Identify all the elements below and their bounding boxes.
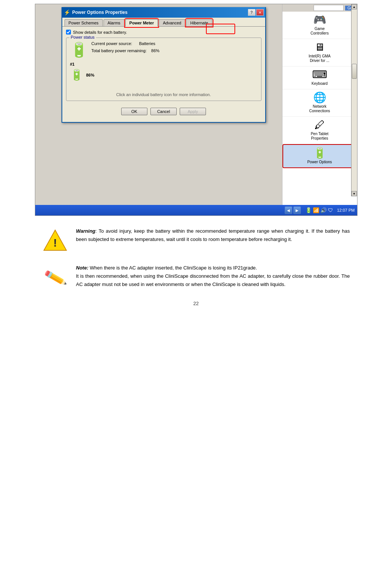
note-icon-wrap: ✏️: [42, 264, 69, 290]
warning-body: : To avoid injury, keep the battery with…: [76, 228, 350, 242]
taskbar-icon-3: 🔊: [320, 207, 327, 213]
power-options-dialog: ⚡ Power Options Properties ? ✕ Power Sch…: [62, 7, 266, 123]
dialog-title-text: Power Options Properties: [72, 10, 128, 15]
warning-text: Warning: To avoid injury, keep the batte…: [76, 227, 350, 244]
note-line1-text: When there is the AC adapter inserted, t…: [90, 265, 257, 271]
note-line2-text: It is then recommended, when using the C…: [76, 273, 350, 287]
network-icon: 🌐: [313, 92, 326, 103]
address-input[interactable]: [314, 5, 344, 11]
source-line: Current power source: Batteries: [92, 40, 160, 47]
cp-items-list: 🎮 GameControllers 🖥 Intel(R) GMADriver f…: [282, 12, 357, 207]
note-label: Note:: [76, 265, 89, 271]
screenshot-area: ⚡ Power Options Properties ? ✕ Power Sch…: [35, 4, 357, 216]
warning-triangle-svg: !: [43, 229, 68, 251]
page-number: 22: [0, 301, 392, 306]
intel-gma-label: Intel(R) GMADriver for ...: [309, 54, 330, 63]
cp-item-game-controllers[interactable]: 🎮 GameControllers: [282, 12, 357, 39]
power-text-block: Current power source: Batteries Total ba…: [92, 40, 160, 54]
power-status-group: Power status 🔋 Current power source: Bat…: [66, 38, 261, 101]
scrollbar[interactable]: ▲ ▼: [351, 4, 357, 196]
dialog-buttons: OK Cancel Apply: [66, 105, 261, 119]
help-button[interactable]: ?: [248, 9, 255, 16]
taskbar-time: 12:07 PM: [337, 208, 354, 212]
cp-item-pen-tablet[interactable]: 🖊 Pen TabletProperties: [282, 117, 357, 144]
network-label: NetworkConnections: [309, 104, 330, 113]
show-details-row: Show details for each battery.: [66, 30, 261, 35]
dialog-title-icon: ⚡: [64, 9, 70, 15]
warning-icon: !: [42, 227, 69, 253]
control-panel-right: Go 🎮 GameControllers 🖥 Intel(R) GMADrive…: [282, 4, 357, 207]
keyboard-label: Keyboard: [312, 81, 328, 86]
game-controllers-label: GameControllers: [311, 27, 329, 36]
right-panel-top: Go: [282, 4, 357, 12]
tab-advanced[interactable]: Advanced: [159, 19, 185, 26]
ok-button[interactable]: OK: [121, 108, 147, 115]
taskbar-icon-2: 📶: [313, 207, 319, 213]
forward-button[interactable]: ▶: [293, 206, 301, 214]
taskbar-icon-1: 🔋: [305, 207, 312, 213]
close-button[interactable]: ✕: [256, 9, 264, 16]
source-label: Current power source:: [92, 41, 132, 46]
dialog-title-group: ⚡ Power Options Properties: [64, 9, 128, 15]
cp-item-intel-gma[interactable]: 🖥 Intel(R) GMADriver for ...: [282, 39, 357, 66]
power-options-label: Power Options: [307, 160, 332, 164]
show-details-label: Show details for each battery.: [73, 30, 127, 35]
battery-remaining-label: Total battery power remaining:: [92, 48, 147, 53]
tab-power-schemes[interactable]: Power Schemes: [65, 19, 103, 26]
scroll-up-button[interactable]: ▲: [351, 4, 357, 9]
battery-remaining-value: 86%: [151, 48, 159, 53]
game-controllers-icon: 🎮: [313, 15, 326, 25]
svg-text:!: !: [53, 236, 57, 249]
pen-tablet-label: Pen TabletProperties: [311, 132, 328, 141]
tab-alarms[interactable]: Alarms: [104, 19, 125, 26]
battery-detail-row: #1: [70, 62, 257, 66]
note-text: Note: When there is the AC adapter inser…: [76, 264, 350, 289]
group-box-label: Power status: [69, 35, 96, 39]
warning-block: ! Warning: To avoid injury, keep the bat…: [42, 227, 350, 253]
tab-hibernate[interactable]: Hibernate: [186, 19, 212, 26]
dialog-titlebar: ⚡ Power Options Properties ? ✕: [62, 7, 265, 18]
titlebar-buttons: ? ✕: [248, 9, 264, 16]
cancel-button[interactable]: Cancel: [150, 108, 177, 115]
keyboard-icon: ⌨: [312, 69, 327, 80]
taskbar-icon-4: 🛡: [328, 207, 333, 213]
intel-gma-icon: 🖥: [314, 42, 325, 53]
warning-label: Warning: [76, 228, 96, 234]
battery-small-row: 🔋 86%: [70, 69, 257, 81]
tabs-area: Power Schemes Alarms Power Meter Advance…: [62, 18, 265, 26]
main-battery-icon: 🔋: [70, 42, 88, 58]
scroll-track: [351, 9, 357, 191]
source-value: Batteries: [139, 41, 155, 46]
pen-tablet-icon: 🖊: [314, 120, 325, 130]
scroll-down-button[interactable]: ▼: [351, 191, 357, 196]
battery-num-label: #1: [70, 62, 75, 66]
small-battery-icon: 🔋: [70, 69, 83, 81]
taskbar: ◀ ▶ 🔋 📶 🔊 🛡 12:07 PM: [35, 205, 357, 215]
cp-item-network[interactable]: 🌐 NetworkConnections: [282, 89, 357, 117]
cp-item-power-options[interactable]: 🔋 Power Options: [282, 144, 357, 168]
apply-button[interactable]: Apply: [180, 108, 206, 115]
note-block: ✏️ Note: When there is the AC adapter in…: [42, 264, 350, 290]
battery-remaining-line: Total battery power remaining: 86%: [92, 47, 160, 54]
taskbar-icons: 🔋 📶 🔊 🛡: [305, 207, 333, 213]
pencil-icon: ✏️: [43, 266, 68, 290]
back-button[interactable]: ◀: [285, 206, 292, 214]
cp-item-keyboard[interactable]: ⌨ Keyboard: [282, 66, 357, 89]
show-details-checkbox[interactable]: [66, 30, 71, 35]
power-info-row: 🔋 Current power source: Batteries Total …: [70, 40, 257, 58]
power-options-icon: 🔋: [313, 148, 326, 158]
battery-pct-label: 86%: [86, 73, 95, 77]
content-area: ! Warning: To avoid injury, keep the bat…: [27, 227, 365, 290]
click-hint-text: Click an individual battery icon for mor…: [70, 92, 257, 97]
taskbar-nav: ◀ ▶: [285, 206, 301, 214]
tab-power-meter[interactable]: Power Meter: [125, 19, 158, 27]
dialog-body: Show details for each battery. Power sta…: [62, 26, 265, 122]
scroll-thumb[interactable]: [352, 64, 357, 79]
